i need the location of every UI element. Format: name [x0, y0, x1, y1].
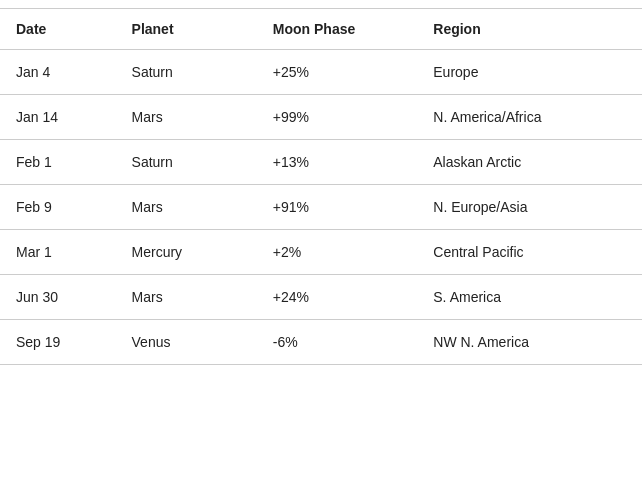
cell-region: Central Pacific: [417, 230, 642, 275]
cell-planet: Mars: [116, 275, 257, 320]
cell-date: Jan 14: [0, 95, 116, 140]
cell-moon-phase: +2%: [257, 230, 418, 275]
table-row: Jan 4Saturn+25%Europe: [0, 50, 642, 95]
cell-region: N. America/Africa: [417, 95, 642, 140]
table-row: Feb 9Mars+91%N. Europe/Asia: [0, 185, 642, 230]
header-region: Region: [417, 9, 642, 50]
cell-region: Europe: [417, 50, 642, 95]
cell-planet: Saturn: [116, 50, 257, 95]
cell-moon-phase: +25%: [257, 50, 418, 95]
cell-region: N. Europe/Asia: [417, 185, 642, 230]
cell-date: Jan 4: [0, 50, 116, 95]
cell-date: Mar 1: [0, 230, 116, 275]
table-row: Sep 19Venus-6%NW N. America: [0, 320, 642, 365]
cell-moon-phase: -6%: [257, 320, 418, 365]
cell-planet: Saturn: [116, 140, 257, 185]
cell-region: Alaskan Arctic: [417, 140, 642, 185]
table-row: Jun 30Mars+24%S. America: [0, 275, 642, 320]
cell-planet: Mercury: [116, 230, 257, 275]
cell-moon-phase: +24%: [257, 275, 418, 320]
cell-planet: Venus: [116, 320, 257, 365]
cell-region: NW N. America: [417, 320, 642, 365]
table-row: Mar 1Mercury+2%Central Pacific: [0, 230, 642, 275]
cell-planet: Mars: [116, 95, 257, 140]
table-row: Feb 1Saturn+13%Alaskan Arctic: [0, 140, 642, 185]
cell-moon-phase: +91%: [257, 185, 418, 230]
cell-date: Feb 1: [0, 140, 116, 185]
cell-date: Feb 9: [0, 185, 116, 230]
cell-date: Jun 30: [0, 275, 116, 320]
table-header-row: Date Planet Moon Phase Region: [0, 9, 642, 50]
cell-moon-phase: +13%: [257, 140, 418, 185]
data-table: Date Planet Moon Phase Region Jan 4Satur…: [0, 8, 642, 365]
table-row: Jan 14Mars+99%N. America/Africa: [0, 95, 642, 140]
cell-moon-phase: +99%: [257, 95, 418, 140]
table-wrapper: Date Planet Moon Phase Region Jan 4Satur…: [0, 0, 642, 373]
header-planet: Planet: [116, 9, 257, 50]
header-moon-phase: Moon Phase: [257, 9, 418, 50]
cell-date: Sep 19: [0, 320, 116, 365]
cell-region: S. America: [417, 275, 642, 320]
cell-planet: Mars: [116, 185, 257, 230]
header-date: Date: [0, 9, 116, 50]
